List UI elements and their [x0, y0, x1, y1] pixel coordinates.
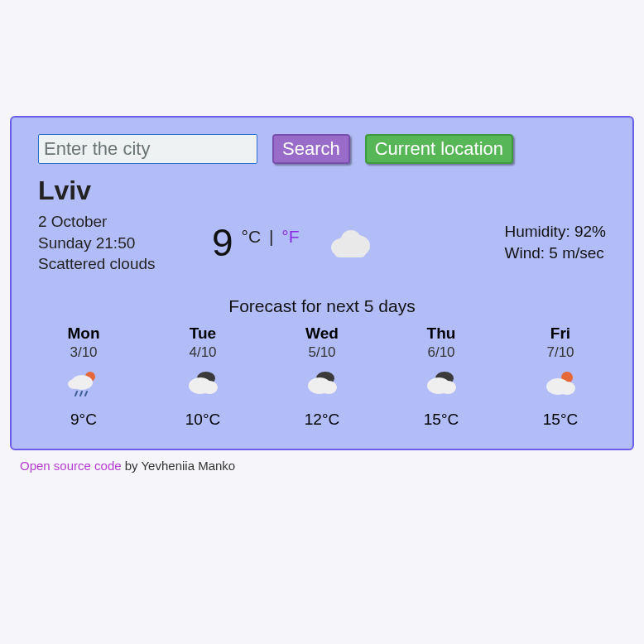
city-name: Lviv [38, 175, 606, 206]
svg-rect-3 [334, 248, 366, 257]
unit-toggle: °C | °F [242, 227, 300, 247]
forecast-temp: 10°C [157, 411, 248, 429]
source-code-link[interactable]: Open source code [20, 459, 122, 473]
forecast-row: Mon 3/10 9°C Tue 4/10 10°C Wed 5/10 12°C… [38, 324, 606, 429]
search-row: Search Current location [38, 134, 606, 164]
svg-line-7 [75, 392, 77, 396]
cloudy-dark-icon [186, 369, 219, 399]
forecast-day-name: Thu [396, 324, 487, 343]
celsius-link[interactable]: °C [242, 227, 262, 246]
stats-block: Humidity: 92% Wind: 5 m/sec [505, 221, 607, 265]
forecast-day-name: Tue [157, 324, 248, 343]
forecast-temp: 15°C [515, 411, 606, 429]
humidity-text: Humidity: 92% [505, 221, 607, 243]
condition-text: Scattered clouds [38, 253, 195, 275]
forecast-temp: 9°C [38, 411, 129, 429]
rain-sun-icon [67, 369, 100, 399]
cloud-sun-icon [544, 369, 577, 399]
temperature-block: 9 °C | °F [212, 223, 300, 262]
fahrenheit-link[interactable]: °F [281, 227, 299, 246]
forecast-day-name: Mon [38, 324, 129, 343]
current-conditions: 2 October Sunday 21:50 Scattered clouds … [38, 211, 606, 275]
weather-card: Search Current location Lviv 2 October S… [10, 116, 634, 450]
forecast-day-date: 5/10 [276, 344, 368, 361]
wind-text: Wind: 5 m/sec [505, 243, 607, 265]
daytime-text: Sunday 21:50 [38, 233, 195, 254]
cloud-icon [316, 218, 382, 267]
temperature-value: 9 [212, 223, 233, 262]
date-text: 2 October [38, 211, 195, 233]
date-meta: 2 October Sunday 21:50 Scattered clouds [38, 211, 195, 275]
svg-point-15 [320, 381, 337, 394]
forecast-day: Wed 5/10 12°C [276, 324, 368, 429]
forecast-day: Mon 3/10 9°C [38, 324, 129, 429]
footer: Open source code by Yevheniia Manko [20, 459, 644, 473]
forecast-day: Fri 7/10 15°C [515, 324, 606, 429]
search-button[interactable]: Search [272, 134, 350, 164]
cloudy-dark-icon [425, 369, 458, 399]
forecast-day-date: 6/10 [396, 344, 487, 361]
author-text: by Yevheniia Manko [122, 459, 236, 473]
forecast-day-name: Fri [515, 324, 606, 343]
svg-line-9 [85, 392, 87, 396]
unit-separator: | [264, 227, 278, 246]
forecast-title: Forecast for next 5 days [38, 296, 606, 316]
current-location-button[interactable]: Current location [365, 134, 513, 164]
forecast-day-date: 7/10 [515, 344, 606, 361]
svg-point-21 [559, 382, 575, 395]
forecast-day: Tue 4/10 10°C [157, 324, 248, 429]
forecast-day-date: 3/10 [38, 344, 129, 361]
forecast-day: Thu 6/10 15°C [396, 324, 487, 429]
svg-point-6 [68, 379, 81, 389]
svg-point-12 [201, 381, 218, 394]
forecast-day-name: Wed [276, 324, 368, 343]
forecast-day-date: 4/10 [157, 344, 248, 361]
svg-line-8 [80, 392, 82, 396]
cloudy-dark-icon [305, 369, 339, 399]
city-input[interactable] [38, 134, 257, 164]
svg-point-18 [440, 381, 456, 394]
forecast-temp: 15°C [396, 411, 487, 429]
svg-point-2 [341, 230, 361, 248]
forecast-temp: 12°C [276, 411, 368, 429]
